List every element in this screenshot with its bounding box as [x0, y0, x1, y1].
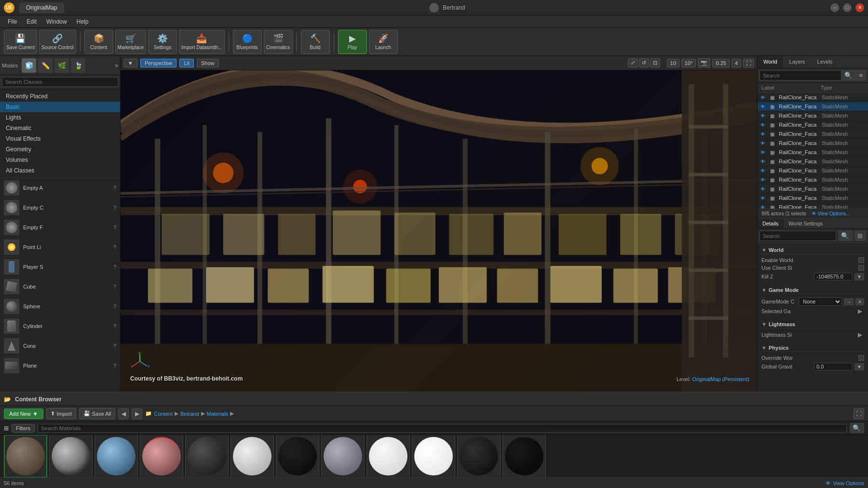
selected-gamemode-arrow[interactable]: ▶	[858, 308, 862, 315]
source-control-button[interactable]: 🔗 Source Control	[39, 30, 76, 54]
save-current-button[interactable]: 💾 Save Current	[4, 30, 37, 54]
material-item-5[interactable]	[185, 435, 229, 477]
mode-landscape[interactable]: 🌿	[54, 58, 69, 73]
category-recently-placed[interactable]: Recently Placed	[0, 91, 120, 102]
category-lights[interactable]: Lights	[0, 112, 120, 123]
gamemode-dropdown[interactable]: None	[799, 297, 842, 306]
place-item-player-start[interactable]: Player S ?	[0, 257, 120, 277]
path-materials[interactable]: Materials	[207, 411, 229, 417]
place-item-plane[interactable]: Plane ?	[0, 356, 120, 376]
place-info-point-light[interactable]: ?	[113, 244, 116, 250]
world-item-0[interactable]: 👁 ▦ RailClone_Faca StaticMesh	[758, 93, 868, 102]
killz-expand[interactable]: ▼	[854, 273, 864, 280]
world-search-button[interactable]: 🔍	[841, 70, 856, 80]
place-item-cone[interactable]: Cone ?	[0, 336, 120, 356]
view-options-link[interactable]: 👁 View Options...	[812, 211, 850, 216]
material-item-1[interactable]	[4, 435, 47, 477]
place-item-empty-f[interactable]: Empty F ?	[0, 218, 120, 237]
vp-arrow-button[interactable]: ▼	[123, 59, 137, 67]
nav-back-button[interactable]: ◀	[118, 409, 129, 419]
visibility-icon-12[interactable]: 👁	[760, 205, 768, 209]
visibility-icon-1[interactable]: 👁	[760, 104, 768, 109]
content-button[interactable]: 📦 Content	[84, 30, 113, 54]
visibility-icon-7[interactable]: 👁	[760, 159, 768, 164]
place-item-point-light[interactable]: Point Li ?	[0, 237, 120, 257]
search-classes-input[interactable]	[2, 77, 118, 87]
place-item-empty-a[interactable]: Empty A ?	[0, 178, 120, 198]
world-item-12[interactable]: 👁 ▦ RailClone_Faca StaticMesh	[758, 203, 868, 209]
vp-lit-button[interactable]: Lit	[179, 59, 194, 67]
mode-paint[interactable]: ✏️	[38, 58, 53, 73]
vp-scale-button[interactable]: ⊡	[650, 58, 660, 67]
view-options-button[interactable]: 👁 View Options	[826, 480, 864, 486]
world-item-7[interactable]: 👁 ▦ RailClone_Faca StaticMesh	[758, 157, 868, 166]
place-info-cone[interactable]: ?	[113, 343, 116, 349]
visibility-icon-3[interactable]: 👁	[760, 122, 768, 128]
path-content[interactable]: Content	[154, 411, 173, 417]
use-client-checkbox[interactable]	[858, 265, 864, 271]
visibility-icon-5[interactable]: 👁	[760, 141, 768, 146]
category-geometry[interactable]: Geometry	[0, 144, 120, 155]
details-tab-details[interactable]: Details	[758, 219, 784, 228]
import-datasmith-button[interactable]: 📥 Import Datasmith...	[179, 30, 224, 54]
maximize-button[interactable]: □	[843, 3, 852, 12]
mode-expand[interactable]: »	[115, 62, 118, 69]
filter-search-button[interactable]: 🔍	[850, 423, 864, 433]
marketplace-button[interactable]: 🛒 Marketplace	[115, 30, 146, 54]
material-item-7[interactable]	[276, 435, 319, 477]
build-button[interactable]: 🔨 Build	[301, 30, 330, 54]
place-info-empty-a[interactable]: ?	[113, 185, 116, 191]
menu-help[interactable]: Help	[72, 17, 94, 26]
lightmass-header[interactable]: ▼ Lightmass	[761, 319, 864, 329]
place-info-empty-f[interactable]: ?	[113, 224, 116, 230]
material-item-12[interactable]	[502, 435, 546, 477]
vp-rotate-button[interactable]: ↺	[639, 58, 649, 67]
vp-camera-button[interactable]: 📷	[698, 58, 710, 67]
settings-button[interactable]: ⚙️ Settings	[148, 30, 177, 54]
import-button[interactable]: ⬆ Import	[46, 408, 76, 419]
tab-world[interactable]: World	[758, 56, 784, 68]
save-all-button[interactable]: 💾 Save All	[79, 408, 116, 419]
viewport[interactable]: Courtesy of BB3viz, bertrand-behoit.com …	[121, 70, 757, 392]
world-item-3[interactable]: 👁 ▦ RailClone_Faca StaticMesh	[758, 120, 868, 130]
category-cinematic[interactable]: Cinematic	[0, 123, 120, 133]
cinematics-button[interactable]: 🎬 Cinematics	[264, 30, 293, 54]
place-item-empty-c[interactable]: Empty C ?	[0, 198, 120, 218]
details-grid-button[interactable]: ⊞	[854, 231, 866, 241]
menu-window[interactable]: Window	[41, 17, 72, 26]
add-new-button[interactable]: Add New ▼	[4, 409, 43, 419]
world-search-input[interactable]	[760, 70, 841, 80]
world-filter-button[interactable]: ≡	[856, 70, 866, 80]
tab-originalmap[interactable]: OriginalMap	[19, 2, 64, 13]
visibility-icon-4[interactable]: 👁	[760, 132, 768, 137]
place-item-cube[interactable]: Cube ?	[0, 277, 120, 297]
tab-levels[interactable]: Levels	[812, 56, 839, 68]
gamemode-clear-btn[interactable]: ✕	[855, 298, 864, 305]
enable-world-checkbox[interactable]	[858, 257, 864, 263]
visibility-icon-0[interactable]: 👁	[760, 95, 768, 100]
category-all-classes[interactable]: All Classes	[0, 165, 120, 176]
killz-input[interactable]	[814, 273, 853, 280]
material-item-4[interactable]	[140, 435, 183, 477]
world-item-4[interactable]: 👁 ▦ RailClone_Faca StaticMesh	[758, 130, 868, 139]
list-view-icon[interactable]: ⊞	[4, 425, 9, 432]
world-item-5[interactable]: 👁 ▦ RailClone_Faca StaticMesh	[758, 139, 868, 148]
material-item-2[interactable]	[49, 435, 93, 477]
minimize-button[interactable]: –	[830, 3, 839, 12]
world-item-9[interactable]: 👁 ▦ RailClone_Faca StaticMesh	[758, 175, 868, 185]
visibility-icon-9[interactable]: 👁	[760, 177, 768, 183]
gamemode-header[interactable]: ▼ Game Mode	[761, 285, 864, 294]
category-visual-effects[interactable]: Visual Effects	[0, 133, 120, 144]
world-item-8[interactable]: 👁 ▦ RailClone_Faca StaticMesh	[758, 166, 868, 175]
place-info-cube[interactable]: ?	[113, 284, 116, 290]
material-item-8[interactable]	[321, 435, 365, 477]
world-item-6[interactable]: 👁 ▦ RailClone_Faca StaticMesh	[758, 148, 868, 157]
world-item-11[interactable]: 👁 ▦ RailClone_Faca StaticMesh	[758, 194, 868, 203]
material-item-11[interactable]	[457, 435, 501, 477]
vp-show-button[interactable]: Show	[197, 59, 219, 67]
visibility-icon-2[interactable]: 👁	[760, 113, 768, 119]
play-button[interactable]: ▶ Play	[338, 30, 367, 54]
close-button[interactable]: ✕	[855, 3, 864, 12]
material-item-9[interactable]	[366, 435, 410, 477]
world-section-header[interactable]: ▼ World	[761, 245, 864, 254]
